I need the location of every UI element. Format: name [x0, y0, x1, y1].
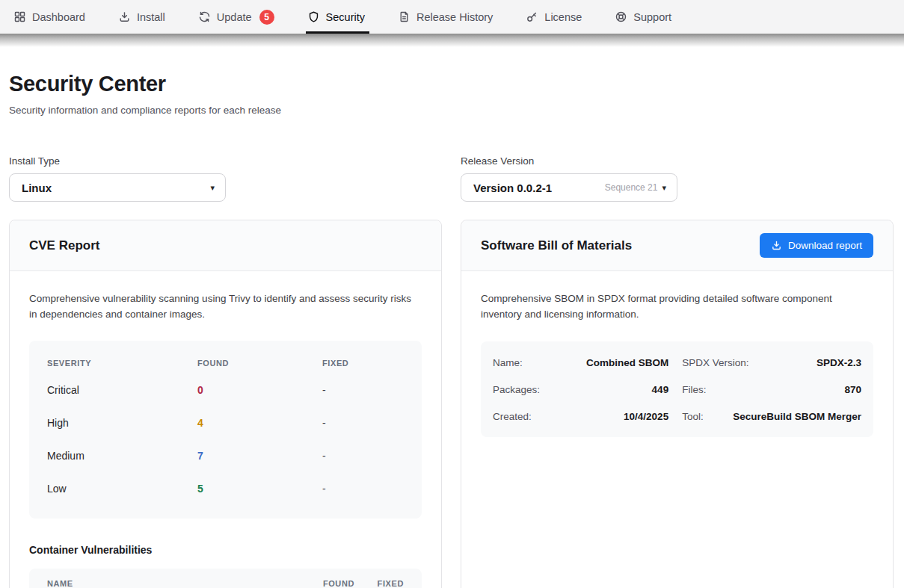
install-type-field: Install Type Linux ▾	[9, 155, 442, 202]
severity-label: Low	[47, 483, 197, 495]
nav-label: Security	[326, 11, 365, 23]
found-count: 7	[197, 450, 322, 462]
release-version-field: Release Version Version 0.0.2-1 Sequence…	[461, 155, 894, 202]
document-icon	[398, 10, 411, 23]
download-report-button[interactable]: Download report	[760, 233, 873, 258]
nav-item-dashboard[interactable]: Dashboard	[13, 0, 85, 34]
sbom-detail-name: Name: Combined SBOM	[493, 349, 668, 376]
fixed-count: -	[322, 450, 404, 462]
page-title: Security Center	[9, 72, 894, 96]
detail-label: Packages:	[493, 384, 540, 395]
table-row: Medium 7 -	[47, 439, 404, 472]
cve-report-title: CVE Report	[29, 238, 99, 253]
cve-report-description: Comprehensive vulnerability scanning usi…	[29, 291, 422, 322]
fixed-count: -	[322, 384, 404, 396]
nav-label: Release History	[416, 11, 493, 23]
severity-label: Medium	[47, 450, 197, 462]
release-version-label: Release Version	[461, 155, 894, 167]
lifebuoy-icon	[615, 10, 627, 23]
detail-value: 449	[652, 384, 669, 395]
refresh-icon	[198, 10, 211, 23]
detail-value: SPDX-2.3	[817, 357, 861, 368]
col-found: FOUND	[289, 579, 354, 588]
col-name: NAME	[47, 579, 289, 588]
sbom-detail-spdx-version: SPDX Version: SPDX-2.3	[682, 349, 861, 376]
nav-item-license[interactable]: License	[526, 0, 582, 34]
col-fixed: FIXED	[322, 359, 404, 368]
container-vulnerabilities-title: Container Vulnerabilities	[29, 544, 422, 556]
table-row: Low 5 -	[47, 472, 404, 505]
nav-label: Dashboard	[32, 11, 85, 23]
severity-label: Critical	[47, 384, 197, 396]
detail-label: Created:	[493, 411, 532, 422]
nav-label: License	[544, 11, 582, 23]
found-count: 5	[197, 483, 322, 495]
top-nav: Dashboard Install Update 5 Security Rele…	[0, 0, 904, 34]
install-type-label: Install Type	[9, 155, 442, 167]
col-severity: SEVERITY	[47, 359, 197, 368]
sbom-details: Name: Combined SBOM SPDX Version: SPDX-2…	[481, 341, 873, 437]
shield-icon	[307, 10, 320, 23]
chevron-down-icon: ▾	[662, 184, 666, 192]
download-report-label: Download report	[788, 240, 862, 251]
cve-report-header: CVE Report	[10, 220, 441, 271]
col-found: FOUND	[197, 359, 322, 368]
severity-label: High	[47, 417, 197, 429]
nav-label: Support	[633, 11, 671, 23]
install-type-select[interactable]: Linux ▾	[9, 173, 226, 202]
sbom-description: Comprehensive SBOM in SPDX format provid…	[481, 291, 873, 322]
download-icon	[771, 240, 782, 251]
table-row: High 4 -	[47, 406, 404, 439]
update-count-badge: 5	[259, 10, 274, 25]
sbom-card: Software Bill of Materials Download repo…	[461, 220, 894, 588]
nav-item-release-history[interactable]: Release History	[398, 0, 493, 34]
detail-value: 10/4/2025	[624, 411, 668, 422]
detail-value: Combined SBOM	[586, 357, 668, 368]
sbom-header: Software Bill of Materials Download repo…	[461, 220, 893, 271]
nav-item-security[interactable]: Security	[307, 0, 365, 34]
nav-item-install[interactable]: Install	[118, 0, 165, 34]
detail-label: Tool:	[682, 411, 704, 422]
fixed-count: -	[322, 483, 404, 495]
nav-label: Install	[137, 11, 165, 23]
chevron-down-icon: ▾	[210, 184, 215, 192]
detail-value: SecureBuild SBOM Merger	[733, 411, 861, 422]
severity-table-header: SEVERITY FOUND FIXED	[47, 353, 404, 374]
sbom-detail-packages: Packages: 449	[493, 376, 668, 403]
severity-table: SEVERITY FOUND FIXED Critical 0 - High 4…	[29, 341, 422, 519]
nav-item-update[interactable]: Update 5	[198, 0, 274, 34]
container-vulnerabilities-table-header: NAME FOUND FIXED	[29, 569, 422, 588]
detail-value: 870	[844, 384, 861, 395]
found-count: 4	[197, 417, 322, 429]
table-row: Critical 0 -	[47, 374, 404, 406]
nav-item-support[interactable]: Support	[615, 0, 671, 34]
release-version-select[interactable]: Version 0.0.2-1 Sequence 21 ▾	[461, 173, 677, 202]
detail-label: Files:	[682, 384, 706, 395]
fixed-count: -	[322, 417, 404, 429]
nav-label: Update	[217, 11, 252, 23]
install-type-value: Linux	[22, 182, 52, 194]
dashboard-grid-icon	[13, 10, 26, 23]
release-version-value: Version 0.0.2-1	[473, 182, 552, 194]
key-icon	[526, 10, 538, 23]
sbom-detail-tool: Tool: SecureBuild SBOM Merger	[682, 403, 861, 430]
found-count: 0	[197, 384, 322, 396]
download-icon	[118, 10, 131, 23]
sbom-detail-created: Created: 10/4/2025	[493, 403, 668, 430]
detail-label: Name:	[493, 357, 523, 368]
page-subtitle: Security information and compliance repo…	[9, 105, 894, 116]
sbom-title: Software Bill of Materials	[481, 238, 632, 253]
detail-label: SPDX Version:	[682, 357, 748, 368]
nav-shadow-divider	[0, 34, 904, 47]
cve-report-card: CVE Report Comprehensive vulnerability s…	[9, 220, 442, 588]
release-sequence-label: Sequence 21	[605, 182, 658, 193]
col-fixed: FIXED	[354, 579, 404, 588]
sbom-detail-files: Files: 870	[682, 376, 861, 403]
